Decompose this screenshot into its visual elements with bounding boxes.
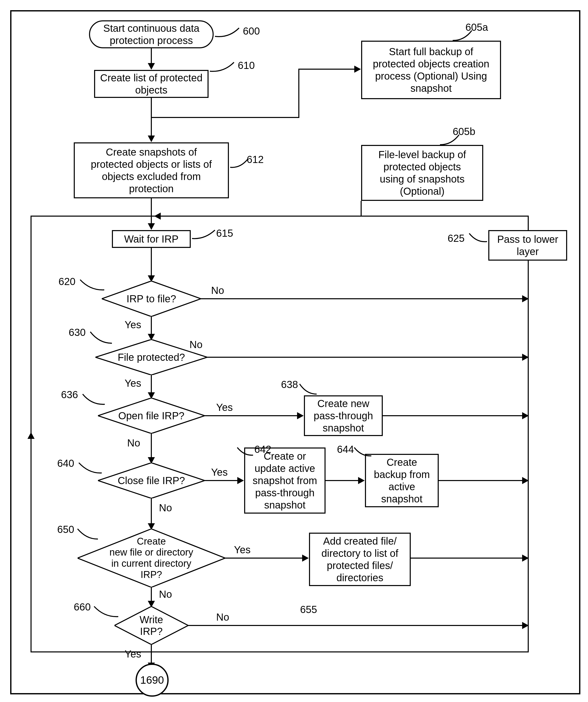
arrowhead-644-out: [522, 477, 529, 484]
label-660-no: No: [216, 611, 229, 623]
label-636-yes: Yes: [216, 402, 233, 413]
line-to-605a-v: [298, 69, 299, 118]
leader-642: [236, 446, 256, 456]
line-660-no: [188, 625, 529, 626]
arrowhead-642-644: [358, 477, 365, 484]
flowchart-canvas: Start continuous data protection process…: [0, 0, 588, 702]
left-bus-top: [30, 216, 151, 217]
label-640-yes: Yes: [211, 467, 228, 478]
box-605a: Start full backup of protected objects c…: [361, 41, 501, 99]
leader-612: [230, 158, 251, 169]
leader-640: [78, 461, 104, 475]
box-642: Create or update active snapshot from pa…: [244, 448, 325, 513]
arrowhead-605b-merge: [154, 213, 161, 220]
box-612: Create snapshots of protected objects or…: [74, 142, 229, 198]
arrowhead-636-yes: [297, 412, 304, 419]
ref-638: 638: [281, 379, 298, 390]
line-636-yes: [205, 415, 298, 416]
label-650-yes: Yes: [234, 544, 251, 556]
line-to-605a-h2: [299, 69, 355, 70]
arrowhead-600-610: [148, 63, 155, 70]
label-620-no: No: [211, 285, 224, 296]
leader-625: [468, 231, 488, 244]
line-630-no: [207, 357, 529, 358]
line-612-605b: [151, 216, 361, 217]
diamond-636-label: Open file IRP?: [98, 398, 205, 434]
diamond-636: Open file IRP?: [98, 398, 205, 434]
diamond-640-label: Close file IRP?: [98, 463, 205, 498]
arrowhead-630-no: [522, 354, 529, 361]
leader-615: [192, 229, 217, 240]
label-630-no: No: [189, 339, 202, 350]
line-620-yes: [151, 317, 152, 334]
arrowhead-612-615: [148, 223, 155, 230]
label-620-yes: Yes: [125, 319, 141, 331]
leader-620: [79, 278, 107, 292]
line-650-yes: [225, 558, 303, 559]
connector-1690: 1690: [135, 664, 169, 697]
ref-636: 636: [61, 389, 78, 400]
ref-655: 655: [300, 604, 317, 615]
leader-605a: [453, 29, 476, 42]
diamond-660: Write IRP?: [114, 606, 188, 645]
arrowhead-638-out: [522, 412, 529, 419]
leader-630: [89, 331, 114, 346]
leader-644: [354, 446, 374, 458]
right-bus: [528, 261, 529, 599]
arrowhead-655-out: [522, 555, 529, 562]
arrow-600-610: [151, 48, 152, 64]
ref-642: 642: [254, 444, 271, 455]
line-660-yes: [151, 645, 152, 663]
ref-625: 625: [448, 233, 465, 244]
ref-644: 644: [337, 444, 354, 455]
ref-640: 640: [57, 458, 74, 469]
diamond-660-label: Write IRP?: [114, 606, 188, 645]
label-640-no: No: [159, 502, 172, 513]
ref-620: 620: [59, 276, 76, 287]
leader-600: [215, 27, 243, 39]
line-620-no: [201, 298, 529, 299]
ref-610: 610: [238, 60, 255, 71]
line-625-up: [528, 216, 529, 230]
arrowhead-to-605a: [354, 66, 361, 73]
box-638: Create new pass-through snapshot: [304, 395, 383, 436]
ref-615: 615: [216, 228, 233, 239]
label-630-yes: Yes: [125, 377, 141, 389]
ref-630: 630: [69, 327, 86, 338]
arrowhead-620-no: [522, 295, 529, 302]
box-605b: File-level backup of protected objects u…: [361, 145, 483, 201]
line-615-620: [151, 248, 152, 276]
arrowhead-650-yes: [302, 555, 309, 562]
ref-650: 650: [57, 524, 74, 535]
line-bus-bottom-drop: [528, 599, 529, 653]
leader-610: [210, 61, 238, 74]
arrowhead-640-yes: [237, 477, 244, 484]
line-605b-down: [361, 201, 362, 217]
ref-660: 660: [74, 601, 91, 613]
arrowhead-610-612: [148, 135, 155, 142]
line-644-out: [439, 480, 529, 481]
line-638-out: [383, 415, 529, 416]
line-655-out: [411, 558, 529, 559]
diamond-620: IRP to file?: [102, 281, 201, 317]
leader-660: [93, 605, 121, 619]
label-660-yes: Yes: [125, 649, 141, 660]
ref-600: 600: [243, 25, 260, 37]
line-650-no: [151, 587, 152, 601]
arrowhead-left-bus: [27, 432, 34, 439]
box-625: Pass to lower layer: [488, 230, 567, 261]
leader-650: [76, 528, 100, 542]
line-612-down: [151, 198, 152, 224]
line-636-no: [151, 434, 152, 458]
line-to-605a-h: [151, 117, 299, 118]
box-655: Add created file/ directory to list of p…: [309, 533, 411, 586]
leader-605b: [440, 133, 463, 146]
leader-636: [81, 393, 107, 407]
label-636-no: No: [127, 437, 140, 449]
box-644: Create backup from active snapshot: [365, 454, 439, 507]
start-terminator: Start continuous data protection process: [89, 20, 214, 48]
box-610: Create list of protected objects: [94, 70, 209, 98]
line-630-yes: [151, 375, 152, 393]
line-bus-bottom: [30, 652, 529, 653]
line-625-merge: [361, 216, 529, 217]
